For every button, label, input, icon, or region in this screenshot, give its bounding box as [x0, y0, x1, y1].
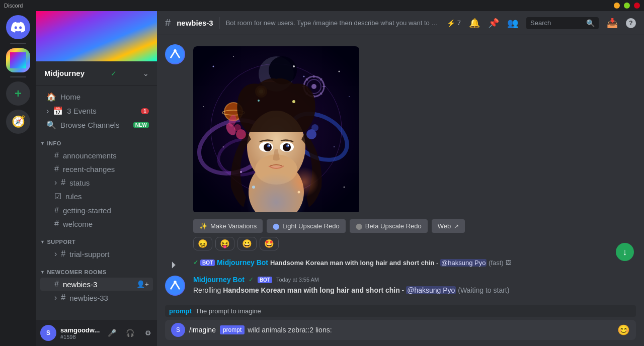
- reaction-3[interactable]: 🤩: [260, 237, 279, 250]
- image-expand-icon[interactable]: 🖼: [506, 260, 511, 266]
- member-count: ⚡ 7: [447, 19, 461, 27]
- channel-welcome[interactable]: # welcome: [40, 217, 153, 230]
- generated-image-container: [193, 46, 359, 214]
- category-support[interactable]: ▼ SUPPORT: [36, 231, 157, 247]
- bot-avatar-reroll: [165, 276, 185, 296]
- pin-icon[interactable]: 📌: [488, 18, 499, 29]
- welcome-icon: #: [54, 219, 59, 228]
- server-header[interactable]: Midjourney ✓ ⌄: [36, 61, 157, 85]
- input-avatar: S: [171, 323, 185, 337]
- channel-header-name: newbies-3: [177, 19, 213, 27]
- category-info-arrow: ▼: [40, 141, 45, 146]
- members-icon[interactable]: 👥: [507, 18, 518, 29]
- inbox-icon[interactable]: 📥: [607, 18, 618, 29]
- message-input-wrapper: S /imagine prompt 😊: [165, 320, 636, 340]
- explore-servers-button[interactable]: 🧭: [6, 110, 30, 134]
- app-layout: + 🧭 Midjourne: [0, 11, 644, 346]
- channel-announcements[interactable]: # announcements: [40, 149, 153, 162]
- channel-trial-support[interactable]: › # trial-support: [40, 247, 153, 261]
- channel-newbies-3[interactable]: # newbies-3 👤+: [40, 278, 153, 291]
- reroll-mention: @haksung Pyo: [406, 286, 456, 294]
- svg-point-3: [174, 49, 176, 52]
- newbies-33-icon: #: [61, 293, 65, 302]
- add-server-button[interactable]: +: [6, 81, 30, 106]
- channel-status[interactable]: › # status: [40, 176, 153, 189]
- web-external-icon: ↗: [454, 223, 459, 230]
- svg-point-55: [292, 100, 295, 103]
- sidebar-item-events[interactable]: › 📅 3 Events 1: [40, 104, 153, 118]
- channel-recent-changes[interactable]: # recent-changes: [40, 162, 153, 176]
- category-info[interactable]: ▼ INFO: [36, 132, 157, 148]
- mic-button[interactable]: 🎤: [104, 325, 120, 341]
- sidebar-item-browse-channels[interactable]: 🔍 Browse Channels NEW: [40, 118, 153, 132]
- message-group-reroll-main: Midjourney Bot ✓ BOT Today at 3:55 AM Re…: [165, 275, 636, 297]
- announcements-icon: #: [54, 151, 59, 160]
- bot-avatar-image: [165, 44, 185, 64]
- prompt-hint: prompt The prompt to imagine: [165, 305, 636, 317]
- settings-button[interactable]: ⚙: [140, 325, 156, 341]
- make-variations-icon: ✨: [199, 222, 207, 230]
- svg-point-33: [293, 65, 295, 67]
- reaction-1[interactable]: 😝: [215, 237, 234, 250]
- bot-verified-icon: ✓: [193, 259, 198, 266]
- msg-header-reroll: Midjourney Bot ✓ BOT Today at 3:55 AM: [193, 276, 636, 284]
- app-title: Discord: [4, 3, 23, 9]
- maximize-button[interactable]: [624, 3, 630, 9]
- inline-timestamp-area: ⏵: [165, 260, 183, 270]
- getting-started-icon: #: [54, 206, 59, 215]
- newbies-33-arrow: ›: [54, 293, 57, 302]
- trial-support-icon: #: [61, 249, 65, 258]
- main-content: # newbies-3 Bot room for new users. Type…: [157, 11, 644, 346]
- message-input[interactable]: [248, 320, 613, 340]
- discord-home-button[interactable]: [6, 15, 30, 39]
- svg-rect-0: [10, 52, 26, 68]
- svg-point-9: [203, 106, 204, 107]
- recent-changes-icon: #: [54, 164, 59, 174]
- username: samgoodw...: [60, 326, 100, 334]
- minimize-button[interactable]: [614, 3, 620, 9]
- sidebar-item-home[interactable]: 🏠 Home: [40, 90, 153, 104]
- help-icon[interactable]: ?: [626, 18, 636, 28]
- home-icon: 🏠: [46, 92, 56, 102]
- msg-content-image: ✨ Make Variations ⬤ Light Upscale Redo ⬤…: [193, 44, 636, 250]
- scroll-to-bottom-button[interactable]: ↓: [616, 243, 634, 261]
- channel-rules[interactable]: ☑ rules: [40, 190, 153, 203]
- prompt-keyword: prompt: [169, 307, 192, 315]
- titlebar: Discord: [0, 0, 644, 11]
- make-variations-button[interactable]: ✨ Make Variations: [193, 219, 263, 233]
- notification-icon[interactable]: 🔔: [469, 18, 480, 29]
- reaction-2[interactable]: 😀: [237, 237, 257, 250]
- emoji-picker-button[interactable]: 😊: [617, 324, 630, 336]
- close-button[interactable]: [634, 3, 640, 9]
- svg-point-56: [258, 100, 260, 102]
- channel-getting-started[interactable]: # getting-started: [40, 204, 153, 217]
- events-icon: 📅: [53, 106, 63, 116]
- category-support-label: SUPPORT: [47, 239, 75, 245]
- channel-newbies-33[interactable]: › # newbies-33: [40, 291, 153, 304]
- svg-point-52: [311, 124, 318, 131]
- server-icon-midjourney[interactable]: [6, 48, 30, 72]
- server-verified-icon: ✓: [111, 69, 117, 77]
- status-hash-icon: #: [61, 178, 65, 187]
- light-upscale-redo-button[interactable]: ⬤ Light Upscale Redo: [267, 219, 345, 233]
- window-controls: [614, 3, 640, 9]
- headphones-button[interactable]: 🎧: [122, 325, 138, 341]
- channel-description: Bot room for new users. Type /imagine th…: [226, 19, 441, 27]
- input-field-box: prompt: [220, 320, 613, 340]
- svg-point-47: [269, 145, 270, 146]
- reroll-author: Midjourney Bot: [193, 276, 245, 284]
- svg-point-2: [166, 45, 184, 63]
- category-newcomer-rooms[interactable]: ▼ NEWCOMER ROOMS: [36, 261, 157, 277]
- web-button[interactable]: Web ↗: [432, 219, 465, 233]
- messages-area: ✨ Make Variations ⬤ Light Upscale Redo ⬤…: [157, 35, 644, 301]
- add-member-icon[interactable]: 👤+: [136, 280, 149, 288]
- beta-upscale-redo-button[interactable]: ⬤ Beta Upscale Redo: [350, 219, 428, 233]
- trial-support-arrow: ›: [54, 249, 57, 258]
- svg-point-62: [166, 277, 184, 295]
- reroll-bot-badge: BOT: [258, 277, 272, 283]
- browse-icon: 🔍: [46, 120, 56, 130]
- inline-author: Midjourney Bot: [217, 258, 268, 267]
- search-bar[interactable]: Search 🔍: [526, 17, 599, 29]
- reaction-0[interactable]: 😖: [193, 237, 212, 250]
- message-group-image: ✨ Make Variations ⬤ Light Upscale Redo ⬤…: [165, 43, 636, 251]
